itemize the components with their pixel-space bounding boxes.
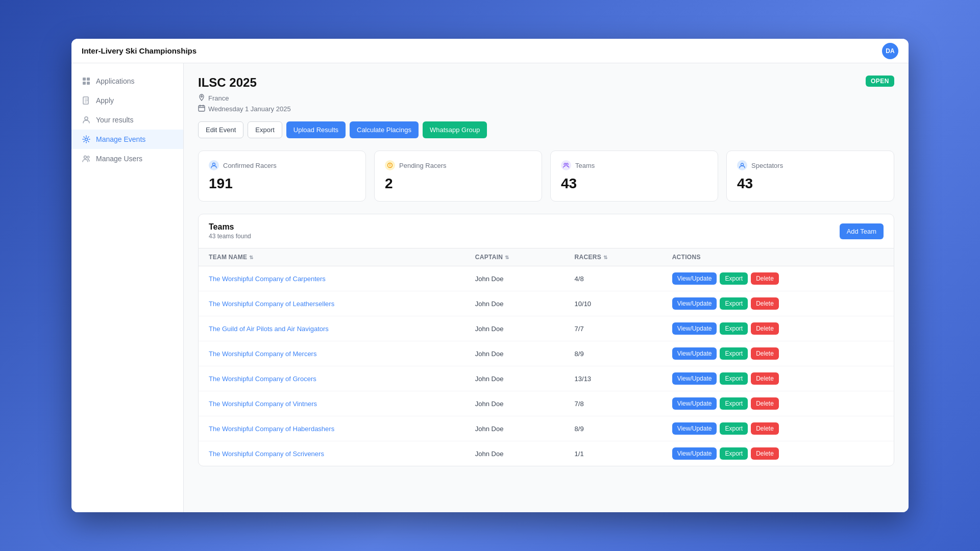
upload-results-button[interactable]: Upload Results <box>286 121 346 138</box>
sort-icon-racers: ⇅ <box>603 255 607 260</box>
th-actions: Actions <box>662 248 894 266</box>
svg-rect-1 <box>87 78 90 81</box>
export-button[interactable]: Export <box>248 121 282 138</box>
svg-rect-3 <box>87 82 90 85</box>
export-button-7[interactable]: Export <box>720 447 748 460</box>
team-link-7[interactable]: The Worshipful Company of Scriveners <box>209 450 324 458</box>
sidebar-item-manage-events[interactable]: Manage Events <box>71 130 183 149</box>
delete-button-3[interactable]: Delete <box>751 347 779 360</box>
view-update-button-1[interactable]: View/Update <box>672 297 717 310</box>
view-update-button-4[interactable]: View/Update <box>672 372 717 385</box>
team-link-0[interactable]: The Worshipful Company of Carpenters <box>209 275 326 283</box>
stat-value-pending: 2 <box>385 176 531 192</box>
teams-icon <box>561 160 571 170</box>
table-row: The Worshipful Company of Carpenters Joh… <box>199 266 894 291</box>
racers-sort[interactable]: Racers ⇅ <box>575 254 608 261</box>
team-name-cell: The Worshipful Company of Leathersellers <box>199 291 465 316</box>
add-team-button[interactable]: Add Team <box>840 223 884 239</box>
export-button-0[interactable]: Export <box>720 272 748 285</box>
grid-icon <box>82 77 91 86</box>
captain-cell-7: John Doe <box>465 441 565 466</box>
delete-button-2[interactable]: Delete <box>751 322 779 335</box>
export-button-1[interactable]: Export <box>720 297 748 310</box>
export-button-4[interactable]: Export <box>720 372 748 385</box>
edit-event-button[interactable]: Edit Event <box>198 121 243 138</box>
calendar-icon <box>198 105 205 113</box>
stat-value-spectators: 43 <box>737 176 884 192</box>
sidebar-item-manage-users[interactable]: Manage Users <box>71 149 183 168</box>
svg-point-11 <box>87 156 89 158</box>
event-date: Wednesday 1 January 2025 <box>198 105 291 113</box>
svg-point-10 <box>84 156 87 159</box>
team-name-cell: The Worshipful Company of Mercers <box>199 341 465 366</box>
captain-cell-1: John Doe <box>465 291 565 316</box>
stat-card-pending-racers: Pending Racers 2 <box>374 151 542 202</box>
stat-label-teams: Teams <box>575 162 595 169</box>
whatsapp-group-button[interactable]: Whatsapp Group <box>423 121 487 138</box>
captain-cell-6: John Doe <box>465 416 565 441</box>
team-name-sort[interactable]: Team Name ⇅ <box>209 254 254 261</box>
sidebar-label-manage-users: Manage Users <box>96 155 142 163</box>
team-link-2[interactable]: The Guild of Air Pilots and Air Navigato… <box>209 325 329 333</box>
th-racers: Racers ⇅ <box>565 248 662 266</box>
pending-racers-icon <box>385 160 395 170</box>
team-link-3[interactable]: The Worshipful Company of Mercers <box>209 350 316 358</box>
racers-cell-5: 7/8 <box>565 391 662 416</box>
racers-cell-7: 1/1 <box>565 441 662 466</box>
teams-table: Team Name ⇅ Captain ⇅ <box>199 248 894 466</box>
event-meta: France Wednesday 1 J <box>198 94 291 113</box>
app-title: Inter-Livery Ski Championships <box>82 46 197 55</box>
delete-button-7[interactable]: Delete <box>751 447 779 460</box>
event-title: ILSC 2025 <box>198 76 291 90</box>
user-results-icon <box>82 115 91 124</box>
delete-button-0[interactable]: Delete <box>751 272 779 285</box>
racers-cell-0: 4/8 <box>565 266 662 291</box>
actions-cell-5: View/Update Export Delete <box>662 391 894 416</box>
user-avatar[interactable]: DA <box>882 43 898 59</box>
view-update-button-3[interactable]: View/Update <box>672 347 717 360</box>
team-link-1[interactable]: The Worshipful Company of Leathersellers <box>209 300 334 308</box>
delete-button-6[interactable]: Delete <box>751 422 779 435</box>
svg-point-8 <box>85 117 88 120</box>
view-update-button-2[interactable]: View/Update <box>672 322 717 335</box>
teams-subtitle: 43 teams found <box>209 233 251 240</box>
status-badge: OPEN <box>866 76 894 87</box>
racers-cell-4: 13/13 <box>565 366 662 391</box>
captain-sort[interactable]: Captain ⇅ <box>475 254 509 261</box>
team-link-5[interactable]: The Worshipful Company of Vintners <box>209 400 317 408</box>
stat-value-teams: 43 <box>561 176 707 192</box>
teams-section: Teams 43 teams found Add Team Team Name … <box>198 214 894 466</box>
team-link-6[interactable]: The Worshipful Company of Haberdashers <box>209 425 334 433</box>
export-button-2[interactable]: Export <box>720 322 748 335</box>
delete-button-5[interactable]: Delete <box>751 397 779 410</box>
sidebar-item-applications[interactable]: Applications <box>71 71 183 91</box>
th-captain: Captain ⇅ <box>465 248 565 266</box>
export-button-5[interactable]: Export <box>720 397 748 410</box>
captain-cell-3: John Doe <box>465 341 565 366</box>
svg-point-22 <box>566 163 568 165</box>
view-update-button-5[interactable]: View/Update <box>672 397 717 410</box>
view-update-button-6[interactable]: View/Update <box>672 422 717 435</box>
svg-point-20 <box>389 166 390 166</box>
svg-point-12 <box>201 96 203 97</box>
stat-header-spectators: Spectators <box>737 160 884 170</box>
export-button-6[interactable]: Export <box>720 422 748 435</box>
team-name-cell: The Worshipful Company of Vintners <box>199 391 465 416</box>
main-window: Inter-Livery Ski Championships DA Applic… <box>71 39 909 512</box>
delete-button-1[interactable]: Delete <box>751 297 779 310</box>
export-button-3[interactable]: Export <box>720 347 748 360</box>
stat-card-teams: Teams 43 <box>550 151 718 202</box>
team-link-4[interactable]: The Worshipful Company of Grocers <box>209 375 316 383</box>
sidebar: Applications Apply <box>71 63 184 512</box>
calculate-placings-button[interactable]: Calculate Placings <box>350 121 419 138</box>
teams-title-group: Teams 43 teams found <box>209 222 251 240</box>
sidebar-item-your-results[interactable]: Your results <box>71 110 183 130</box>
view-update-button-7[interactable]: View/Update <box>672 447 717 460</box>
table-row: The Worshipful Company of Scriveners Joh… <box>199 441 894 466</box>
sidebar-item-apply[interactable]: Apply <box>71 91 183 110</box>
delete-button-4[interactable]: Delete <box>751 372 779 385</box>
view-update-button-0[interactable]: View/Update <box>672 272 717 285</box>
stat-label-confirmed: Confirmed Racers <box>223 162 277 169</box>
actions-cell-6: View/Update Export Delete <box>662 416 894 441</box>
layout: Applications Apply <box>71 63 909 512</box>
